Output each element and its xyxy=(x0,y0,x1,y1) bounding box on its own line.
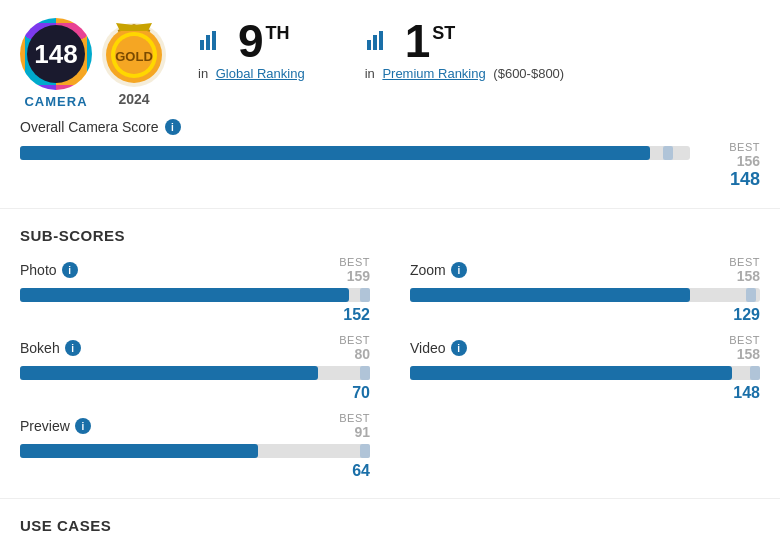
sub-score-zoom: Zoom i BEST 158 129 xyxy=(410,256,760,324)
year-label: 2024 xyxy=(118,91,149,107)
overall-info-icon[interactable]: i xyxy=(165,119,181,135)
divider-1 xyxy=(0,208,780,209)
premium-ranking: 1ST in Premium Ranking ($600-$800) xyxy=(365,18,565,81)
sub-score-preview: Preview i BEST 91 64 xyxy=(20,412,370,480)
preview-best-value: 91 xyxy=(354,424,370,440)
photo-score: 152 xyxy=(20,306,370,324)
bars-icon-global xyxy=(198,28,220,56)
use-cases-title: USE CASES xyxy=(20,517,760,534)
use-cases-section: USE CASES 143 Friends & Family Portrait … xyxy=(0,507,780,543)
photo-bar-fill xyxy=(20,288,349,302)
sub-scores-grid: Photo i BEST 159 152 Zoom i xyxy=(20,256,760,480)
bokeh-best-marker xyxy=(360,366,370,380)
svg-rect-5 xyxy=(200,40,204,50)
zoom-bar xyxy=(410,288,760,302)
preview-info-icon[interactable]: i xyxy=(75,418,91,434)
bars-icon-premium xyxy=(365,28,387,56)
global-rank-number: 9TH xyxy=(238,18,290,64)
svg-rect-6 xyxy=(206,35,210,50)
photo-best-marker xyxy=(360,288,370,302)
preview-bar xyxy=(20,444,370,458)
video-bar xyxy=(410,366,760,380)
video-info-icon[interactable]: i xyxy=(451,340,467,356)
overall-bar-container xyxy=(20,146,690,160)
svg-rect-7 xyxy=(212,31,216,50)
preview-score: 64 xyxy=(20,462,370,480)
rankings-area: 9TH in Global Ranking 1ST xyxy=(198,18,760,81)
premium-rank-range: ($600-$800) xyxy=(493,66,564,81)
zoom-best-label: BEST xyxy=(729,256,760,268)
overall-best-label: BEST xyxy=(700,141,760,153)
photo-best-label: BEST xyxy=(339,256,370,268)
zoom-bar-fill xyxy=(410,288,690,302)
zoom-best-value: 158 xyxy=(737,268,760,284)
camera-score: 148 xyxy=(34,39,77,70)
bokeh-score: 70 xyxy=(20,384,370,402)
badge-area: 148 CAMERA GOLD 2024 xyxy=(20,18,168,109)
sub-scores-section: SUB-SCORES Photo i BEST 159 152 xyxy=(0,217,780,490)
video-bar-fill xyxy=(410,366,732,380)
preview-bar-fill xyxy=(20,444,258,458)
zoom-label: Zoom i xyxy=(410,262,467,278)
photo-info-icon[interactable]: i xyxy=(62,262,78,278)
sub-score-photo: Photo i BEST 159 152 xyxy=(20,256,370,324)
bokeh-label: Bokeh i xyxy=(20,340,81,356)
sub-score-video: Video i BEST 158 148 xyxy=(410,334,760,402)
overall-title: Overall Camera Score xyxy=(20,119,159,135)
overall-best-value: 156 xyxy=(700,153,760,169)
premium-rank-number: 1ST xyxy=(405,18,456,64)
video-score: 148 xyxy=(410,384,760,402)
preview-label: Preview i xyxy=(20,418,91,434)
preview-best-label: BEST xyxy=(339,412,370,424)
premium-rank-link[interactable]: Premium Ranking xyxy=(382,66,485,81)
svg-rect-9 xyxy=(373,35,377,50)
divider-2 xyxy=(0,498,780,499)
zoom-score: 129 xyxy=(410,306,760,324)
bokeh-bar xyxy=(20,366,370,380)
sub-score-bokeh: Bokeh i BEST 80 70 xyxy=(20,334,370,402)
bokeh-info-icon[interactable]: i xyxy=(65,340,81,356)
video-best-value: 158 xyxy=(737,346,760,362)
bokeh-bar-fill xyxy=(20,366,318,380)
premium-rank-in: in xyxy=(365,66,375,81)
photo-best-value: 159 xyxy=(347,268,370,284)
global-rank-link[interactable]: Global Ranking xyxy=(216,66,305,81)
svg-rect-8 xyxy=(367,40,371,50)
sub-scores-title: SUB-SCORES xyxy=(20,227,760,244)
photo-label: Photo i xyxy=(20,262,78,278)
photo-bar xyxy=(20,288,370,302)
global-rank-in: in xyxy=(198,66,208,81)
bokeh-best-value: 80 xyxy=(354,346,370,362)
video-label: Video i xyxy=(410,340,467,356)
svg-rect-10 xyxy=(379,31,383,50)
zoom-info-icon[interactable]: i xyxy=(451,262,467,278)
preview-best-marker xyxy=(360,444,370,458)
video-best-marker xyxy=(750,366,760,380)
overall-bar-fill xyxy=(20,146,650,160)
camera-label: CAMERA xyxy=(24,94,87,109)
zoom-best-marker xyxy=(746,288,756,302)
overall-score-value: 148 xyxy=(20,169,760,190)
bokeh-best-label: BEST xyxy=(339,334,370,346)
camera-badge: 148 xyxy=(20,18,92,90)
overall-score-section: Overall Camera Score i BEST 156 148 xyxy=(0,119,780,200)
global-ranking: 9TH in Global Ranking xyxy=(198,18,305,81)
video-best-label: BEST xyxy=(729,334,760,346)
svg-text:GOLD: GOLD xyxy=(115,49,153,64)
overall-best-marker xyxy=(663,146,673,160)
gold-medal-icon: GOLD xyxy=(100,21,168,89)
